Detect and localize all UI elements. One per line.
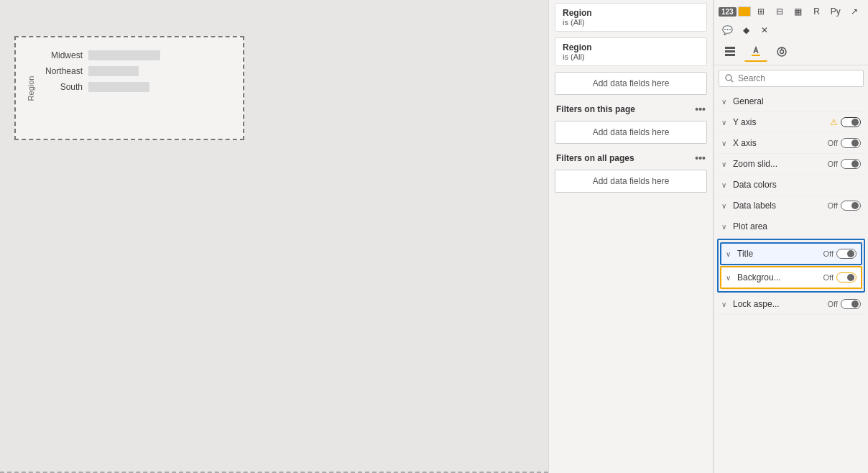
filter-card-1-title: Region (563, 8, 699, 18)
chevron-general-icon: ∨ (721, 98, 730, 106)
format-item-datacolors-left: ∨ Data colors (721, 180, 777, 190)
background-toggle[interactable] (836, 272, 857, 283)
format-item-background-label: Backgrou... (737, 272, 781, 283)
lockaspect-off-label: Off (828, 300, 838, 308)
format-item-yaxis[interactable]: ∨ Y axis ⚠ (717, 112, 865, 133)
lockaspect-toggle[interactable] (841, 299, 861, 309)
format-item-title[interactable]: ∨ Title Off (720, 242, 862, 265)
viz-label-south: South (36, 82, 83, 92)
layout-icon[interactable]: ↗ (846, 3, 863, 20)
format-item-lockaspect-right: Off (828, 299, 861, 309)
svg-point-6 (780, 50, 784, 54)
color-swatch-icon (738, 6, 751, 17)
format-panel-top: 123 ⊞ ⊟ ▦ R Py ↗ 💬 ◆ ✕ (714, 0, 868, 65)
format-item-plotarea-left: ∨ Plot area (721, 221, 767, 231)
search-icon (725, 74, 734, 83)
chevron-datacolors-icon: ∨ (721, 181, 730, 189)
close-icon[interactable]: ✕ (756, 22, 773, 39)
format-item-general-left: ∨ General (721, 96, 764, 106)
viz-rows: Midwest Northeast South (36, 50, 237, 92)
qa-icon[interactable]: 💬 (719, 22, 736, 39)
format-item-title-label: Title (737, 249, 753, 259)
background-off-label: Off (823, 273, 834, 282)
table-icon[interactable]: ⊞ (752, 3, 770, 20)
chevron-xaxis-icon: ∨ (721, 139, 730, 147)
filter-card-1[interactable]: Region is (All) (555, 3, 707, 32)
filters-on-page-label: Filters on this page (556, 104, 635, 114)
zoom-toggle[interactable] (841, 159, 861, 169)
format-item-background[interactable]: ∨ Backgrou... Off (720, 266, 862, 289)
search-box[interactable] (719, 70, 864, 87)
zoom-off-label: Off (828, 160, 838, 168)
filter-card-2[interactable]: Region is (All) (555, 37, 707, 66)
viz-label-midwest: Midwest (36, 50, 83, 60)
yaxis-toggle[interactable] (841, 117, 861, 127)
xaxis-toggle[interactable] (841, 138, 861, 148)
tab-analytics-icon[interactable] (770, 42, 793, 62)
viz-bar-midwest (88, 50, 160, 60)
format-item-xaxis[interactable]: ∨ X axis Off (717, 133, 865, 154)
filters-on-page-more[interactable]: ••• (695, 104, 706, 115)
format-item-general-label: General (733, 96, 764, 106)
svg-point-8 (726, 75, 731, 81)
format-item-datacolors[interactable]: ∨ Data colors (717, 175, 865, 196)
viz-row-midwest: Midwest (36, 50, 237, 60)
datalabels-toggle[interactable] (841, 201, 861, 211)
filters-on-all-pages-header: Filters on all pages ••• (549, 147, 713, 167)
viz-row-south: South (36, 82, 237, 92)
filters-on-all-pages-more[interactable]: ••• (695, 152, 706, 164)
format-item-datalabels[interactable]: ∨ Data labels Off (717, 196, 865, 216)
search-input[interactable] (738, 73, 857, 83)
format-item-yaxis-left: ∨ Y axis (721, 117, 756, 127)
format-item-zoom-left: ∨ Zoom slid... (721, 159, 777, 169)
format-tab-row (719, 42, 864, 62)
number-icon: 123 (719, 7, 737, 17)
xaxis-off-label: Off (828, 139, 838, 147)
diamond-icon[interactable]: ◆ (737, 22, 754, 39)
title-toggle[interactable] (836, 249, 857, 259)
filter-card-1-value: is (All) (563, 18, 699, 27)
matrix-icon[interactable]: ⊟ (771, 3, 788, 20)
viz-row-northeast: Northeast (36, 66, 237, 76)
letter-r-icon[interactable]: R (808, 3, 826, 20)
card-icon[interactable]: ▦ (790, 3, 807, 20)
format-item-plotarea[interactable]: ∨ Plot area (717, 216, 865, 237)
viz-bar-south (88, 82, 149, 92)
format-item-lockaspect[interactable]: ∨ Lock aspe... Off (717, 294, 865, 315)
svg-rect-2 (725, 54, 735, 56)
format-item-title-right: Off (823, 249, 857, 259)
viz-widget: Region Midwest Northeast South (14, 36, 244, 140)
format-item-xaxis-right: Off (828, 138, 861, 148)
filters-on-all-pages-label: Filters on all pages (556, 153, 634, 163)
chevron-background-icon: ∨ (726, 274, 734, 282)
filter-add-all-pages[interactable]: Add data fields here (555, 170, 707, 193)
svg-rect-3 (752, 55, 760, 56)
title-off-label: Off (823, 249, 834, 258)
filter-card-2-value: is (All) (563, 52, 699, 61)
filter-add-visual[interactable]: Add data fields here (555, 72, 707, 95)
format-item-zoom[interactable]: ∨ Zoom slid... Off (717, 154, 865, 175)
chevron-zoom-icon: ∨ (721, 160, 730, 168)
datalabels-off-label: Off (828, 201, 838, 210)
viz-label-northeast: Northeast (36, 66, 83, 76)
viz-region-label: Region (27, 75, 35, 101)
tab-fields-icon[interactable] (719, 42, 742, 62)
chevron-title-icon: ∨ (726, 250, 734, 258)
tab-format-icon[interactable] (744, 42, 767, 62)
format-item-background-right: Off (823, 272, 857, 283)
svg-rect-1 (725, 50, 735, 52)
format-item-general[interactable]: ∨ General (717, 91, 865, 112)
svg-rect-0 (725, 47, 735, 49)
format-item-xaxis-label: X axis (733, 138, 757, 148)
format-item-lockaspect-left: ∨ Lock aspe... (721, 299, 780, 309)
viz-bar-northeast (88, 66, 139, 76)
format-item-title-left: ∨ Title (726, 249, 753, 259)
format-item-yaxis-label: Y axis (733, 117, 756, 127)
py-icon[interactable]: Py (827, 3, 844, 20)
format-item-background-left: ∨ Backgrou... (726, 272, 781, 283)
format-item-lockaspect-label: Lock aspe... (733, 299, 780, 309)
filters-on-page-header: Filters on this page ••• (549, 98, 713, 118)
filter-card-2-title: Region (563, 42, 699, 52)
filter-add-page[interactable]: Add data fields here (555, 121, 707, 144)
format-panel: 123 ⊞ ⊟ ▦ R Py ↗ 💬 ◆ ✕ (714, 0, 868, 473)
